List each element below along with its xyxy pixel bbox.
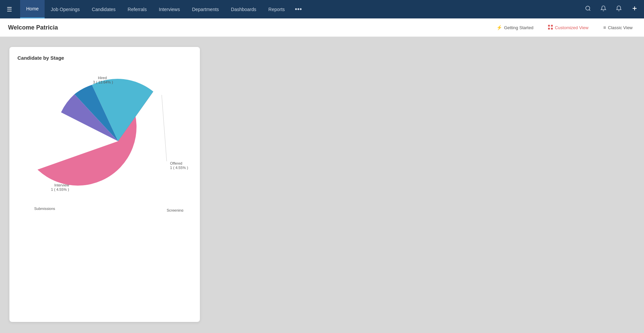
list-icon: ≡ [603, 25, 606, 30]
nav-right-actions [583, 3, 640, 16]
screening-label: Screening [167, 208, 183, 212]
svg-text:1 ( 4.55% ): 1 ( 4.55% ) [51, 187, 69, 191]
nav-departments[interactable]: Departments [186, 0, 225, 18]
offered-label: Offered [170, 161, 182, 165]
grid-icon [548, 25, 553, 31]
submissions-label: Submissions [34, 207, 55, 211]
svg-text:1 ( 4.55% ): 1 ( 4.55% ) [170, 166, 188, 170]
notifications-icon[interactable] [614, 3, 624, 15]
nav-candidates[interactable]: Candidates [86, 0, 122, 18]
hired-label: Hired [98, 76, 107, 80]
pie-chart-svg: Offered 1 ( 4.55% ) Hired 3 ( 13.64% ) I… [17, 67, 192, 212]
svg-rect-4 [548, 25, 550, 26]
header-actions: ⚡ Getting Started Customized View ≡ Clas… [493, 23, 636, 33]
announcements-icon[interactable] [598, 3, 608, 15]
nav-job-openings[interactable]: Job Openings [45, 0, 86, 18]
nav-dashboards[interactable]: Dashboards [225, 0, 263, 18]
nav-more-icon[interactable]: ••• [291, 5, 306, 13]
customized-view-button[interactable]: Customized View [545, 23, 592, 33]
add-button[interactable] [629, 3, 640, 16]
nav-interviews[interactable]: Interviews [153, 0, 186, 18]
classic-view-button[interactable]: ≡ Classic View [600, 23, 636, 32]
pie-chart-container: Offered 1 ( 4.55% ) Hired 3 ( 13.64% ) I… [17, 67, 192, 212]
svg-point-0 [586, 6, 590, 10]
svg-line-1 [589, 9, 590, 10]
navbar: ☰ Home Job Openings Candidates Referrals… [0, 0, 644, 18]
getting-started-button[interactable]: ⚡ Getting Started [493, 23, 537, 32]
header-bar: Welcome Patricia ⚡ Getting Started Custo… [0, 18, 644, 37]
main-content: Candidate by Stage [0, 37, 644, 332]
welcome-text: Welcome Patricia [8, 24, 58, 31]
menu-icon[interactable]: ☰ [4, 3, 15, 16]
pie-chart-card: Candidate by Stage [9, 47, 200, 322]
svg-rect-5 [551, 25, 553, 26]
svg-rect-7 [551, 27, 553, 29]
svg-line-9 [162, 95, 167, 161]
nav-reports[interactable]: Reports [262, 0, 291, 18]
lightning-icon: ⚡ [496, 25, 502, 30]
search-icon[interactable] [583, 3, 593, 15]
nav-home[interactable]: Home [20, 0, 45, 18]
svg-rect-6 [548, 27, 550, 29]
interview-label: Interview [54, 183, 69, 187]
nav-referrals[interactable]: Referrals [122, 0, 153, 18]
pie-chart-title: Candidate by Stage [17, 55, 192, 61]
svg-text:1 ( 4.55% ): 1 ( 4.55% ) [36, 211, 54, 212]
svg-text:3 ( 13.64% ): 3 ( 13.64% ) [93, 80, 113, 84]
